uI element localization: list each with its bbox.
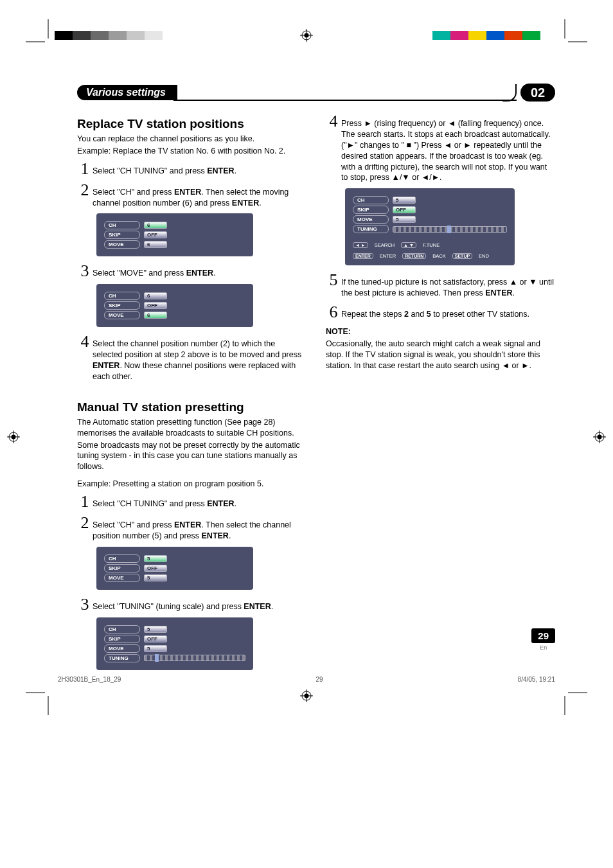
page-number-badge: 29 [531,628,555,643]
step-number: 4 [326,113,341,130]
registration-mark-icon [7,430,20,443]
section2-p2: Some broadcasts may not be preset correc… [77,440,306,473]
crop-mark-icon [26,683,58,715]
step-text: Select "CH TUNING" and press ENTER. [93,495,306,509]
section1-example: Example: Replace the TV station No. 6 wi… [77,146,306,157]
section1-intro: You can replace the channel positions as… [77,134,306,145]
step-number: 4 [77,333,93,350]
osd-screenshot: CH6 SKIPOFF MOVE6 [96,284,253,327]
registration-mark-icon [300,29,313,42]
osd-screenshot: CH5 SKIPOFF MOVE5 TUNING ◄ ►SEARCH ▲ ▼F.… [345,188,515,265]
crop-mark-icon [555,683,587,715]
step-text: Select "CH" and press ENTER. Then select… [93,516,306,542]
arrow-ud-icon: ▲ ▼ [401,242,416,248]
step-text: Repeat the steps 2 and 5 to preset other… [341,305,555,320]
step-number: 1 [77,493,93,510]
step-text: If the tuned-up picture is not satisfact… [341,273,555,299]
step-text: Select "CH TUNING" and press ENTER. [93,162,306,177]
crop-mark-icon [26,19,58,51]
section1-title: Replace TV station positions [77,117,306,131]
osd-screenshot: CH5 SKIPOFF MOVE5 [96,547,253,590]
chapter-number-badge: 02 [520,84,555,102]
page-lang: En [531,644,555,651]
osd-screenshot: CH5 SKIPOFF MOVE5 TUNING [96,617,253,670]
registration-mark-icon [593,430,606,443]
step-text: Select "CH" and press ENTER. Then select… [93,183,306,209]
step-text: Select "MOVE" and press ENTER. [93,264,306,279]
note-body: Occasionally, the auto search might catc… [326,339,555,371]
chapter-title: Various settings [77,85,177,100]
crop-mark-icon [555,19,587,51]
step-number: 2 [77,515,93,531]
color-bar-left [55,31,181,40]
color-bar-right [432,31,558,40]
step-number: 3 [77,596,93,613]
section2-p1: The Automatic station presetting functio… [77,417,306,439]
step-text: Press ► (rising frequency) or ◄ (falling… [341,114,555,183]
header-divider [173,84,517,101]
footer-page: 29 [315,676,323,683]
note-title: NOTE: [326,326,555,337]
step-number: 5 [326,272,341,288]
osd-screenshot: CH6 SKIPOFF MOVE6 [96,213,253,256]
step-number: 6 [326,304,341,321]
footer-timestamp: 8/4/05, 19:21 [518,676,555,683]
step-text: Select the channel position number (2) t… [93,335,306,382]
step-text: Select "TUNING" (tuning scale) and press… [93,598,306,612]
section2-example: Example: Presetting a station on program… [77,479,306,490]
step-number: 3 [77,263,93,279]
footer-file: 2H30301B_En_18_29 [58,676,121,683]
step-number: 2 [77,182,93,199]
step-number: 1 [77,161,93,177]
arrow-lr-icon: ◄ ► [353,242,368,248]
registration-mark-icon [300,689,313,702]
section2-title: Manual TV station presetting [77,400,306,414]
